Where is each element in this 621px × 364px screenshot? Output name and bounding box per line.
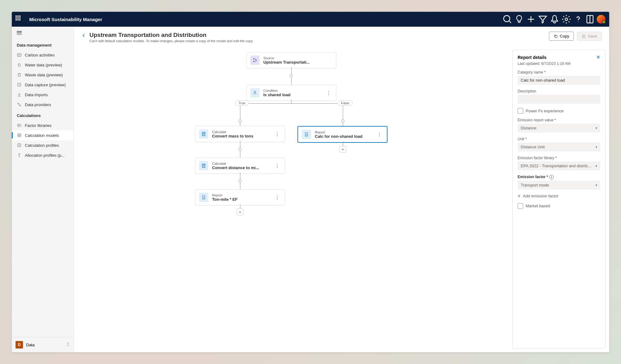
node-report-nonshared[interactable]: ReportCalc for non-shared load ⋮ xyxy=(297,126,388,143)
factor-library-select[interactable]: EPA 2022 - Transportation and distributi… xyxy=(518,161,600,170)
gear-icon[interactable] xyxy=(561,14,571,24)
filter-icon[interactable] xyxy=(538,14,548,24)
sidebar-item-carbon-activities[interactable]: Carbon activities xyxy=(12,50,74,60)
connector xyxy=(291,67,292,75)
sidebar-item-data-capture[interactable]: Data capture (preview) xyxy=(12,80,74,90)
svg-point-26 xyxy=(204,135,204,135)
activity-icon xyxy=(17,52,22,57)
hamburger-icon[interactable] xyxy=(12,27,74,39)
sidebar-item-label: Calculation profiles xyxy=(25,143,59,148)
sidebar-item-allocation-profiles[interactable]: Allocation profiles (p... xyxy=(12,150,74,160)
sidebar-item-calculation-models[interactable]: Calculation models xyxy=(12,130,74,140)
main-content: Upstream Transportation and Distribution… xyxy=(74,27,609,352)
sidebar-item-factor-libraries[interactable]: Factor libraries xyxy=(12,120,74,130)
sidebar-item-label: Water data (preview) xyxy=(25,63,62,67)
svg-point-30 xyxy=(204,166,204,166)
description-label: Description xyxy=(518,89,600,93)
more-icon[interactable]: ⋮ xyxy=(274,163,281,169)
node-type-label: Calculate xyxy=(212,162,259,165)
calculator-icon xyxy=(199,129,208,139)
more-icon[interactable]: ⋮ xyxy=(376,132,383,137)
emission-factor-select[interactable]: Transport mode▾ xyxy=(518,181,600,190)
checkbox-icon xyxy=(518,108,523,114)
svg-point-29 xyxy=(203,166,203,166)
description-input[interactable] xyxy=(518,95,600,104)
more-icon[interactable]: ⋮ xyxy=(274,131,281,137)
page-subtitle: Can't edit default calculation models. T… xyxy=(89,39,253,43)
svg-rect-15 xyxy=(555,35,557,38)
model-icon xyxy=(17,133,22,138)
plus-icon: + xyxy=(518,193,520,199)
branch-true-label: True xyxy=(235,100,249,106)
sidebar-item-waste-data[interactable]: Waste data (preview) xyxy=(12,70,74,80)
node-calc-distance[interactable]: CalculateConvert distance to mi... ⋮ xyxy=(195,158,285,174)
sidebar-item-data-providers[interactable]: Data providers xyxy=(12,100,74,110)
connector-dot xyxy=(238,179,242,182)
node-type-label: Report xyxy=(315,130,362,134)
nav-section-calculations: Calculations xyxy=(12,110,74,120)
sidebar-item-label: Data providers xyxy=(25,102,51,107)
add-emission-factor-button[interactable]: +Add emission factor xyxy=(518,193,600,199)
plus-icon[interactable] xyxy=(526,14,536,24)
copy-button[interactable]: Copy xyxy=(549,32,574,41)
back-arrow-icon[interactable] xyxy=(81,33,86,39)
node-calc-mass[interactable]: CalculateConvert mass to tons ⋮ xyxy=(195,126,285,142)
unit-select[interactable]: Distance Unit▾ xyxy=(518,142,600,151)
svg-point-32 xyxy=(204,167,204,167)
svg-point-18 xyxy=(253,61,254,62)
more-icon[interactable]: ⋮ xyxy=(325,90,332,96)
sidebar-item-label: Factor libraries xyxy=(25,123,52,128)
connector xyxy=(240,182,240,190)
connector xyxy=(240,151,240,158)
sidebar-footer[interactable]: D Data xyxy=(12,337,74,352)
connector-dot xyxy=(238,119,242,123)
add-node-button[interactable]: + xyxy=(339,146,346,153)
connector xyxy=(291,100,292,103)
sidebar-item-data-imports[interactable]: Data imports xyxy=(12,90,74,100)
bell-icon[interactable] xyxy=(550,14,560,24)
connector xyxy=(240,103,240,120)
sidebar-item-label: Data capture (preview) xyxy=(25,83,66,87)
book-icon[interactable] xyxy=(585,14,595,24)
powerfx-checkbox[interactable]: Power Fx experience xyxy=(518,108,600,114)
powerfx-label: Power Fx experience xyxy=(526,109,564,113)
market-based-label: Market based xyxy=(526,204,550,208)
help-icon[interactable] xyxy=(573,14,583,24)
sidebar-item-label: Allocation profiles (p... xyxy=(25,153,65,158)
connector xyxy=(240,103,343,104)
svg-rect-16 xyxy=(582,35,585,38)
data-badge: D xyxy=(16,341,23,348)
node-condition[interactable]: ConditionIs shared load ⋮ xyxy=(246,85,336,101)
node-type-label: Report xyxy=(212,193,238,197)
emission-value-select[interactable]: Distance▾ xyxy=(518,124,600,133)
info-icon[interactable]: i xyxy=(549,175,554,179)
node-source[interactable]: SourceUpstream Transportati... xyxy=(246,52,336,68)
top-bar: Microsoft Sustainability Manager xyxy=(12,12,609,27)
connector-dot xyxy=(290,74,293,77)
search-icon[interactable] xyxy=(502,14,512,24)
sidebar-item-calculation-profiles[interactable]: Calculation profiles xyxy=(12,140,74,150)
checkbox-icon xyxy=(518,203,523,209)
add-node-button[interactable]: + xyxy=(237,209,243,215)
more-icon[interactable]: ⋮ xyxy=(274,195,281,200)
flow-canvas[interactable]: SourceUpstream Transportati... Condition… xyxy=(74,46,609,352)
node-report-tonmile[interactable]: ReportTon-mile * EF ⋮ xyxy=(195,189,285,205)
app-launcher-icon[interactable] xyxy=(16,16,23,23)
category-name-input[interactable] xyxy=(518,76,600,85)
svg-point-11 xyxy=(20,105,21,106)
market-based-checkbox[interactable]: Market based xyxy=(518,203,600,209)
sidebar-item-label: Data imports xyxy=(25,92,48,97)
node-title: Calc for non-shared load xyxy=(315,134,362,139)
svg-point-8 xyxy=(18,64,20,66)
node-title: Ton-mile * EF xyxy=(212,197,238,202)
svg-point-4 xyxy=(565,18,568,20)
lightbulb-icon[interactable] xyxy=(514,14,524,24)
avatar[interactable] xyxy=(597,15,605,24)
document-icon xyxy=(302,130,311,139)
category-name-label: Category name * xyxy=(518,70,600,74)
chevron-down-icon: ▾ xyxy=(596,164,597,168)
footer-label: Data xyxy=(26,343,34,347)
sidebar-item-water-data[interactable]: Water data (preview) xyxy=(12,60,74,70)
close-icon[interactable]: ✕ xyxy=(596,54,600,60)
chevron-down-icon: ▾ xyxy=(596,183,597,187)
